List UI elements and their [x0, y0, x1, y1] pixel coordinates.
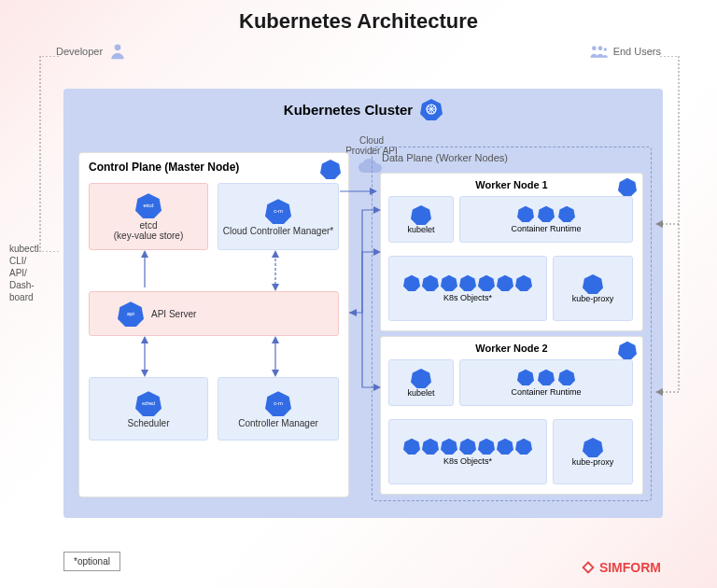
cloud-controller-manager: c-m Cloud Controller Manager* — [218, 183, 339, 250]
etcd-hex-icon: etcd — [135, 192, 162, 218]
svg-marker-52 — [441, 439, 457, 455]
svg-marker-57 — [583, 438, 603, 457]
svg-marker-24 — [272, 250, 279, 258]
svg-marker-40 — [459, 275, 476, 291]
svg-marker-42 — [497, 275, 513, 291]
svg-marker-44 — [583, 274, 603, 294]
svg-point-3 — [603, 48, 606, 50]
control-plane-header: Control Plane (Master Node) — [79, 153, 348, 181]
svg-marker-49 — [558, 370, 575, 385]
svg-point-0 — [115, 45, 121, 51]
svg-text:sched: sched — [142, 400, 155, 406]
kubelet-1: kubelet — [388, 196, 454, 243]
kproxy-hex-icon — [583, 437, 603, 457]
obj-hex-icon — [478, 274, 495, 291]
actors-row: Developer End Users — [0, 42, 717, 61]
svg-marker-43 — [515, 275, 532, 291]
worker-node-2-header: Worker Node 2 — [387, 343, 637, 354]
obj-hex-icon — [403, 274, 420, 291]
node-hex-icon — [618, 177, 637, 196]
svg-marker-27 — [141, 336, 148, 343]
svg-text:api: api — [127, 311, 134, 316]
pod-hex-icon — [538, 369, 555, 385]
obj-hex-icon — [515, 274, 532, 291]
worker-node-1: Worker Node 1 kubelet Container Runtime … — [380, 173, 643, 331]
svg-marker-39 — [441, 275, 457, 291]
obj-hex-icon — [459, 438, 476, 455]
kube-proxy-2: kube-proxy — [553, 419, 633, 484]
obj-hex-icon — [459, 274, 476, 291]
svg-marker-33 — [411, 205, 431, 225]
kproxy-hex-icon — [583, 273, 603, 294]
cm-hex-icon: c-m — [265, 390, 291, 416]
pod-hex-icon — [538, 205, 555, 222]
worker-node-1-header: Worker Node 1 — [387, 179, 637, 190]
people-icon — [589, 42, 608, 61]
node-hex-icon — [618, 341, 637, 359]
pod-hex-icon — [558, 205, 575, 222]
svg-marker-41 — [478, 275, 495, 291]
sched-hex-icon: sched — [135, 390, 162, 416]
pod-hex-icon — [517, 369, 534, 385]
svg-marker-53 — [459, 439, 476, 455]
api-server: api API Server — [89, 291, 339, 336]
svg-text:c-m: c-m — [274, 400, 283, 406]
svg-marker-56 — [515, 439, 532, 455]
master-hex-icon — [320, 159, 341, 179]
svg-point-2 — [598, 46, 602, 50]
svg-point-1 — [592, 46, 597, 50]
svg-marker-10 — [320, 160, 341, 179]
pod-hex-icon — [558, 369, 575, 385]
svg-marker-55 — [497, 439, 513, 455]
ccm-hex-icon: c-m — [265, 198, 291, 224]
control-plane: Control Plane (Master Node) etcd etcd (k… — [78, 152, 349, 497]
svg-marker-54 — [478, 439, 495, 455]
scheduler: sched Scheduler — [89, 377, 208, 441]
svg-text:c-m: c-m — [274, 208, 283, 214]
api-hex-icon: api — [118, 301, 144, 327]
actor-developer: Developer — [56, 42, 127, 61]
diagram-title: Kubernetes Architecture — [0, 0, 717, 38]
optional-note: *optional — [63, 552, 120, 571]
k8s-objects-2: K8s Objects* — [388, 419, 547, 484]
svg-marker-31 — [272, 370, 279, 377]
svg-text:etcd: etcd — [143, 203, 153, 208]
svg-marker-25 — [272, 284, 279, 291]
kubelet-2: kubelet — [388, 359, 454, 406]
developer-to-kubectl-line — [35, 56, 63, 252]
simform-logo-icon — [581, 560, 596, 575]
svg-marker-61 — [349, 309, 357, 316]
svg-marker-35 — [538, 206, 555, 222]
svg-marker-37 — [403, 275, 420, 291]
kubernetes-cluster: Kubernetes Cluster Cloud Provider API Co… — [63, 89, 663, 518]
cluster-header: Kubernetes Cluster — [63, 89, 663, 128]
obj-hex-icon — [403, 438, 420, 455]
svg-marker-45 — [618, 342, 637, 359]
data-plane-header: Data Plane (Worker Nodes) — [373, 147, 651, 168]
obj-hex-icon — [497, 274, 513, 291]
svg-marker-30 — [272, 336, 279, 343]
kube-proxy-1: kube-proxy — [553, 256, 633, 321]
controller-manager: c-m Controller Manager — [218, 377, 339, 441]
svg-marker-50 — [403, 439, 420, 455]
obj-hex-icon — [441, 438, 457, 455]
actor-endusers: End Users — [589, 42, 661, 61]
container-runtime-2: Container Runtime — [459, 359, 633, 406]
svg-marker-32 — [618, 178, 637, 196]
worker-node-2: Worker Node 2 kubelet Container Runtime … — [380, 336, 643, 495]
svg-marker-47 — [517, 370, 534, 385]
svg-marker-51 — [422, 439, 439, 455]
svg-marker-22 — [141, 250, 148, 258]
svg-marker-38 — [422, 275, 439, 291]
obj-hex-icon — [515, 438, 532, 455]
svg-marker-48 — [538, 370, 555, 385]
container-runtime-1: Container Runtime — [459, 196, 633, 243]
svg-marker-36 — [558, 206, 575, 222]
svg-marker-28 — [141, 370, 148, 377]
etcd-component: etcd etcd (key-value store) — [89, 183, 208, 250]
pod-hex-icon — [517, 205, 534, 222]
endusers-label: End Users — [613, 46, 661, 57]
kubectl-label: kubectl CLI/ API/ Dash- board — [9, 243, 39, 303]
person-icon — [108, 42, 127, 61]
developer-label: Developer — [56, 46, 103, 57]
